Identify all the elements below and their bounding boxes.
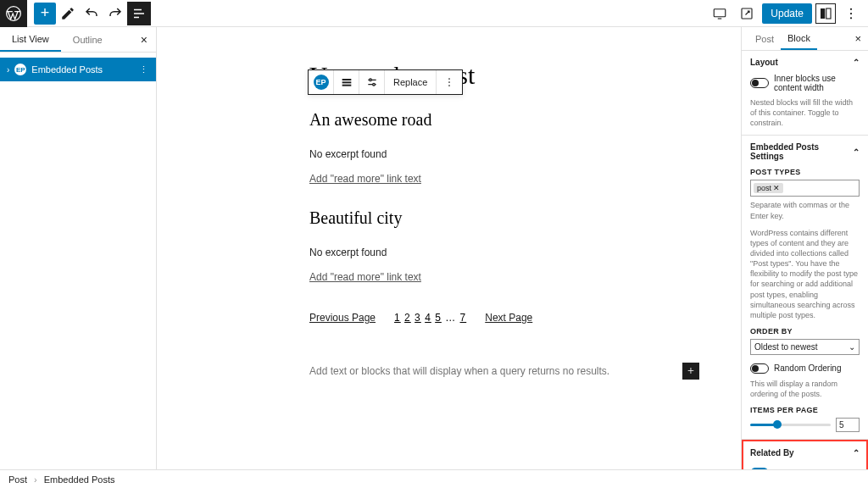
items-per-page-input[interactable]: 5 xyxy=(836,418,860,432)
toggle-label: Random Ordering xyxy=(774,363,841,373)
help-text: Separate with commas or the Enter key. xyxy=(750,200,860,220)
svg-rect-12 xyxy=(342,81,351,83)
listview-item-embedded-posts[interactable]: › EP Embedded Posts ⋮ xyxy=(0,58,156,81)
svg-point-17 xyxy=(448,81,450,83)
edit-mode-icon[interactable] xyxy=(56,2,80,25)
help-text: WordPress contains different types of co… xyxy=(750,228,860,320)
chevron-up-icon: ⌃ xyxy=(853,147,860,157)
pagination: Previous Page 1 2 3 4 5 … 7 Next Page xyxy=(309,312,699,324)
panel-layout: Layout⌃ Inner blocks use content width N… xyxy=(742,51,868,136)
block-more-icon[interactable] xyxy=(437,70,462,94)
toggle-categories[interactable] xyxy=(750,468,769,469)
readmore-link[interactable]: Add "read more" link text xyxy=(309,271,421,283)
chevron-down-icon: ⌄ xyxy=(849,342,855,352)
add-block-inline-button[interactable]: + xyxy=(682,363,699,380)
items-per-page-label: ITEMS PER PAGE xyxy=(750,406,860,414)
post-heading[interactable]: Beautiful city xyxy=(309,208,699,228)
panel-embedded-settings: Embedded Posts Settings⌃ POST TYPES post… xyxy=(742,136,868,440)
tab-listview[interactable]: List View xyxy=(0,27,61,52)
no-results-placeholder[interactable]: Add text or blocks that will display whe… xyxy=(309,365,609,377)
svg-point-18 xyxy=(448,85,450,86)
wordpress-logo[interactable] xyxy=(0,0,27,27)
chevron-up-icon: ⌃ xyxy=(853,58,860,67)
chevron-right-icon: › xyxy=(7,65,9,75)
embedded-posts-icon: EP xyxy=(14,64,26,75)
post-type-token[interactable]: post ✕ xyxy=(754,183,783,193)
toggle-random-ordering[interactable] xyxy=(750,363,769,374)
readmore-link[interactable]: Add "read more" link text xyxy=(309,173,421,185)
svg-rect-6 xyxy=(821,8,825,19)
tab-outline[interactable]: Outline xyxy=(61,27,114,52)
settings-icon[interactable] xyxy=(359,70,385,94)
svg-point-15 xyxy=(372,83,375,86)
breadcrumb-item[interactable]: Post xyxy=(8,474,27,485)
listview-toggle-icon[interactable] xyxy=(127,2,151,25)
listview-item-label: Embedded Posts xyxy=(31,64,103,75)
block-toolbar: EP Replace xyxy=(308,69,463,95)
more-options-icon[interactable] xyxy=(839,2,863,25)
svg-point-10 xyxy=(850,17,852,19)
chevron-up-icon: ⌃ xyxy=(853,448,860,458)
editor-topbar: + Update xyxy=(0,0,868,27)
undo-icon[interactable] xyxy=(80,2,103,25)
view-icon[interactable] xyxy=(735,2,759,25)
svg-rect-13 xyxy=(342,85,351,86)
align-icon[interactable] xyxy=(334,70,359,94)
svg-point-8 xyxy=(850,8,852,9)
panel-embedded-header[interactable]: Embedded Posts Settings⌃ xyxy=(750,142,860,161)
add-block-button[interactable]: + xyxy=(34,3,56,25)
remove-token-icon[interactable]: ✕ xyxy=(773,184,780,192)
svg-rect-7 xyxy=(826,8,831,19)
panel-layout-header[interactable]: Layout⌃ xyxy=(750,58,860,67)
order-by-label: ORDER BY xyxy=(750,327,860,336)
svg-rect-4 xyxy=(715,8,726,16)
close-listview-icon[interactable]: × xyxy=(132,33,156,47)
tab-post[interactable]: Post xyxy=(748,27,781,50)
update-button[interactable]: Update xyxy=(762,3,812,24)
svg-point-14 xyxy=(369,79,371,81)
items-per-page-slider[interactable] xyxy=(750,424,831,426)
panel-related-by-header[interactable]: Related By⌃ xyxy=(750,445,860,461)
page-numbers[interactable]: 1 2 3 4 5 … 7 xyxy=(394,312,466,324)
svg-rect-2 xyxy=(134,13,144,14)
settings-sidebar: Post Block × Layout⌃ Inner blocks use co… xyxy=(741,27,868,469)
panel-related-by-highlight: Related By⌃ Categories Tags Author xyxy=(742,440,868,469)
block-type-icon[interactable]: EP xyxy=(309,70,334,94)
device-preview-icon[interactable] xyxy=(708,2,732,25)
settings-sidebar-toggle-icon[interactable] xyxy=(815,3,836,24)
breadcrumb: Post › Embedded Posts xyxy=(0,469,868,488)
prev-page-link[interactable]: Previous Page xyxy=(309,312,376,324)
help-text: Nested blocks will fill the width of thi… xyxy=(750,97,860,128)
svg-rect-3 xyxy=(134,16,139,18)
editor-canvas: EP Replace Yet another post An awesome r… xyxy=(157,27,741,469)
svg-rect-1 xyxy=(134,8,142,10)
next-page-link[interactable]: Next Page xyxy=(485,312,532,324)
svg-point-9 xyxy=(850,12,852,14)
toggle-content-width[interactable] xyxy=(750,78,769,88)
svg-point-16 xyxy=(448,78,450,80)
excerpt-placeholder: No excerpt found xyxy=(309,247,699,258)
help-text: This will display a random ordering of t… xyxy=(750,379,860,399)
excerpt-placeholder: No excerpt found xyxy=(309,148,699,160)
redo-icon[interactable] xyxy=(103,2,127,25)
svg-rect-11 xyxy=(342,79,351,80)
listview-panel: List View Outline × › EP Embedded Posts … xyxy=(0,27,157,469)
order-by-select[interactable]: Oldest to newest⌄ xyxy=(750,339,860,355)
listview-item-more-icon[interactable]: ⋮ xyxy=(139,64,149,75)
post-types-label: POST TYPES xyxy=(750,168,860,176)
replace-button[interactable]: Replace xyxy=(385,70,437,94)
post-types-input[interactable]: post ✕ xyxy=(750,180,860,197)
breadcrumb-item[interactable]: Embedded Posts xyxy=(44,474,115,485)
breadcrumb-separator-icon: › xyxy=(34,474,37,485)
close-sidebar-icon[interactable]: × xyxy=(854,32,861,45)
toggle-label: Inner blocks use content width xyxy=(774,74,860,92)
post-heading[interactable]: An awesome road xyxy=(309,110,699,130)
tab-block[interactable]: Block xyxy=(781,27,817,50)
